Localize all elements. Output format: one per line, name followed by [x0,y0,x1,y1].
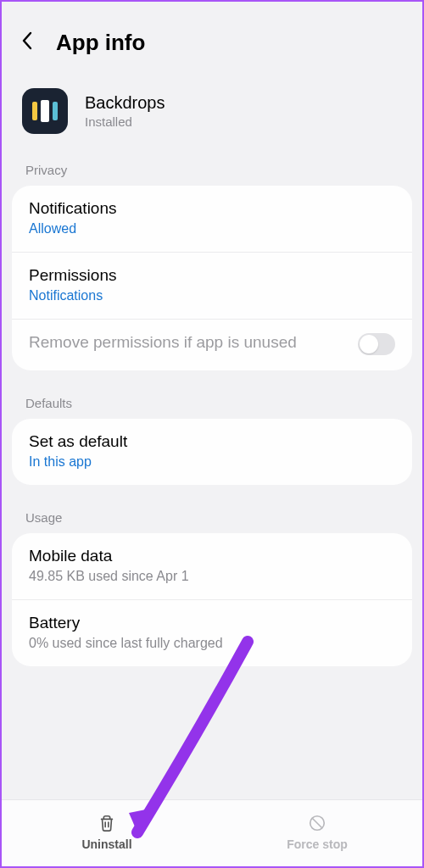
mobile-data-row[interactable]: Mobile data 49.85 KB used since Apr 1 [12,533,412,600]
uninstall-label: Uninstall [81,837,131,851]
app-icon [22,88,68,134]
app-name: Backdrops [85,93,165,113]
mobile-data-title: Mobile data [29,547,395,565]
battery-title: Battery [29,614,395,632]
set-default-title: Set as default [29,432,395,451]
back-button[interactable] [17,27,37,58]
back-arrow-icon [20,31,34,51]
mobile-data-value: 49.85 KB used since Apr 1 [29,569,395,584]
uninstall-button[interactable]: Uninstall [2,800,212,866]
app-status: Installed [85,114,165,129]
page-title: App info [56,30,145,56]
force-stop-icon [308,814,326,832]
defaults-card: Set as default In this app [12,419,412,485]
permissions-title: Permissions [29,266,395,285]
toggle-knob [360,335,378,353]
app-header: Backdrops Installed [8,83,416,158]
remove-permissions-row[interactable]: Remove permissions if app is unused [12,320,412,370]
bottom-bar: Uninstall Force stop [2,799,422,866]
remove-permissions-toggle[interactable] [358,333,395,355]
usage-card: Mobile data 49.85 KB used since Apr 1 Ba… [12,533,412,666]
section-label-defaults: Defaults [8,391,416,419]
force-stop-label: Force stop [287,837,348,851]
section-label-usage: Usage [8,505,416,533]
set-default-row[interactable]: Set as default In this app [12,419,412,485]
battery-value: 0% used since last fully charged [29,636,395,651]
notifications-row[interactable]: Notifications Allowed [12,186,412,253]
set-default-value: In this app [29,454,395,470]
trash-icon [98,814,116,832]
permissions-row[interactable]: Permissions Notifications [12,253,412,320]
notifications-title: Notifications [29,199,395,218]
section-label-privacy: Privacy [8,158,416,186]
permissions-value: Notifications [29,288,395,303]
battery-row[interactable]: Battery 0% used since last fully charged [12,600,412,666]
header: App info [8,12,416,83]
remove-permissions-title: Remove permissions if app is unused [29,333,348,352]
privacy-card: Notifications Allowed Permissions Notifi… [12,186,412,370]
notifications-value: Allowed [29,221,395,236]
force-stop-button[interactable]: Force stop [212,800,422,866]
